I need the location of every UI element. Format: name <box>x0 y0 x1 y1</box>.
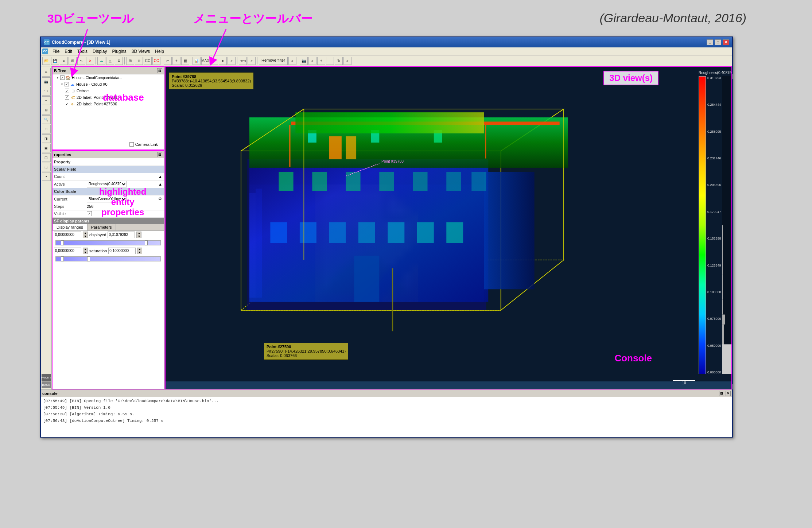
active-select[interactable]: Roughness(0.408799) <box>87 181 127 187</box>
toolbar-list-btn[interactable]: ≡ <box>60 57 68 65</box>
range-thumb-2[interactable] <box>145 240 148 245</box>
toolbar-max-btn[interactable]: MAX <box>201 57 209 65</box>
range1-spinner[interactable]: ▲▼ <box>83 232 88 238</box>
db-tree-maximize[interactable]: ⊡ <box>157 68 162 73</box>
properties-maximize[interactable]: ⊡ <box>157 152 162 157</box>
current-select[interactable]: Blue>Green>Yellow> <box>87 196 127 202</box>
tool-camera[interactable]: 📷 <box>42 77 51 86</box>
menu-3dviews[interactable]: 3D Views <box>129 48 152 55</box>
toolbar-circle-btn[interactable]: ● <box>219 57 227 65</box>
toolbar-minus-btn[interactable]: - <box>326 57 334 65</box>
toolbar-open-btn[interactable]: 📂 <box>42 57 50 65</box>
range-thumb-1[interactable] <box>61 240 64 245</box>
saturation-spinner[interactable]: ▲▼ <box>137 248 142 254</box>
tool-layers[interactable]: ⊞ <box>42 106 51 114</box>
tree-item-octree[interactable]: ⊞ Octree <box>53 88 164 94</box>
toolbar-zoom-btn[interactable]: ⊕ <box>135 57 143 65</box>
tab-display-ranges[interactable]: Display ranges <box>53 224 87 230</box>
console-header-btns[interactable]: ⊡ ✕ <box>719 391 731 396</box>
toolbar-zoom-fit-btn[interactable]: ⊞ <box>126 57 134 65</box>
toolbar-select-btn[interactable]: ⊞ <box>69 57 77 65</box>
toolbar-mesh-btn[interactable]: △ <box>106 57 114 65</box>
displayed-input[interactable] <box>108 232 135 238</box>
toolbar-expand-btn[interactable]: » <box>228 57 236 65</box>
title-bar-controls[interactable]: _ □ ✕ <box>707 39 729 45</box>
toolbar-expand2-btn[interactable]: » <box>248 57 256 65</box>
tool-front-view[interactable]: FRONT <box>42 374 51 381</box>
toolbar-save-btn[interactable]: 💾 <box>51 57 59 65</box>
menu-file[interactable]: File <box>50 48 62 55</box>
menu-edit[interactable]: Edit <box>62 48 74 55</box>
maximize-button[interactable]: □ <box>715 39 721 45</box>
toolbar-remove-filter-btn[interactable]: Remove filter <box>259 57 288 65</box>
tool-cube1[interactable]: □ <box>42 125 51 133</box>
console-float-btn[interactable]: ⊡ <box>719 391 724 396</box>
range-thumb-3[interactable] <box>61 256 64 261</box>
count-scroll[interactable]: ▲ <box>157 173 164 180</box>
toolbar-cc-btn2[interactable]: CC <box>152 57 160 65</box>
tool-cube6[interactable]: ▪ <box>42 172 51 181</box>
tool-cube3[interactable]: ▣ <box>42 144 51 152</box>
menu-display[interactable]: Display <box>90 48 109 55</box>
camera-link-checkbox[interactable] <box>129 142 134 147</box>
tool-cube5[interactable]: ⬚ <box>42 163 51 171</box>
menu-help[interactable]: Help <box>153 48 166 55</box>
console-content[interactable]: [07:55:49] [BIN] Opening file 'C:\dev\Cl… <box>41 397 732 437</box>
toolbar-plane-btn[interactable]: ▦ <box>181 57 189 65</box>
range-slider-2[interactable] <box>55 256 161 261</box>
toolbar-nav-btn[interactable]: CC <box>144 57 152 65</box>
toolbar-delete-btn[interactable]: ✕ <box>86 57 94 65</box>
toolbar-hpr-btn[interactable]: HPR <box>239 57 247 65</box>
toolbar-measure-btn[interactable]: ✂ <box>164 57 172 65</box>
toolbar-chart-btn[interactable]: 📊 <box>193 57 201 65</box>
toolbar-expand3-btn[interactable]: » <box>288 57 296 65</box>
tree-checkbox-house[interactable] <box>60 75 65 80</box>
tab-parameters[interactable]: Parameters <box>87 224 116 230</box>
tree-checkbox-label1[interactable] <box>65 95 69 100</box>
toolbar-plus-btn[interactable]: + <box>317 57 325 65</box>
visible-value[interactable] <box>85 210 157 217</box>
toolbar-expand4-btn[interactable]: » <box>308 57 316 65</box>
tree-checkbox-cloud[interactable] <box>65 82 69 86</box>
range-slider-1[interactable] <box>55 240 161 245</box>
tool-cross[interactable]: + <box>42 96 51 105</box>
current-value[interactable]: Blue>Green>Yellow> <box>85 195 157 203</box>
tree-checkbox-octree[interactable] <box>65 89 69 93</box>
close-button[interactable]: ✕ <box>723 39 729 45</box>
toolbar-pick-btn[interactable]: + <box>172 57 180 65</box>
toolbar-expand5-btn[interactable]: » <box>343 57 351 65</box>
tool-pencil[interactable]: ✏ <box>42 68 51 77</box>
toolbar-screenshot-btn[interactable]: 📷 <box>300 57 308 65</box>
toolbar-cursor-btn[interactable]: ↖ <box>77 57 85 65</box>
tree-item-cloud0[interactable]: ▼ ☁ House - Cloud #0 <box>53 81 164 88</box>
menu-tools[interactable]: Tools <box>75 48 90 55</box>
range1-input[interactable] <box>54 232 81 238</box>
toolbar-filter-btn[interactable]: ▼ <box>210 57 218 65</box>
tool-cube4[interactable]: ◫ <box>42 153 51 162</box>
visible-checkbox[interactable] <box>87 211 92 216</box>
toolbar-rotate-btn[interactable]: ↻ <box>335 57 343 65</box>
tool-1to1[interactable]: 1:1 <box>42 87 51 96</box>
tree-item-label39788[interactable]: 🏷 2D label: Point #39788 <box>53 94 164 101</box>
tree-checkbox-label2[interactable] <box>65 102 69 106</box>
range2-input[interactable] <box>54 248 81 254</box>
tree-item-label27590[interactable]: 🏷 2D label: Point #27590 <box>53 101 164 107</box>
range2-spinner[interactable]: ▲▼ <box>83 248 88 254</box>
active-scroll[interactable]: ▲ <box>157 180 164 188</box>
tool-back-view[interactable]: BACK <box>42 381 51 388</box>
displayed-spinner[interactable]: ▲▼ <box>136 232 141 238</box>
current-btn[interactable]: ⚙ <box>157 195 164 203</box>
console-close-btn[interactable]: ✕ <box>726 391 731 396</box>
tool-zoom-in[interactable]: 🔍 <box>42 115 51 124</box>
active-value[interactable]: Roughness(0.408799) <box>85 180 157 188</box>
props-scroll[interactable]: Property Scalar Field Count ▲ <box>53 158 164 389</box>
tree-item-house-root[interactable]: ▼ 🏠 House - CloudCompare/data/... <box>53 74 164 81</box>
toolbar-cloud-btn[interactable]: ☁ <box>97 57 105 65</box>
menu-plugins[interactable]: Plugins <box>110 48 128 55</box>
saturation-input[interactable] <box>108 248 136 254</box>
tool-cube2[interactable]: ◨ <box>42 134 51 143</box>
view-3d[interactable]: Point #39788 <box>165 66 732 389</box>
minimize-button[interactable]: _ <box>707 39 713 45</box>
toolbar-settings-btn[interactable]: ⚙ <box>115 57 123 65</box>
range-thumb-4[interactable] <box>87 256 90 261</box>
